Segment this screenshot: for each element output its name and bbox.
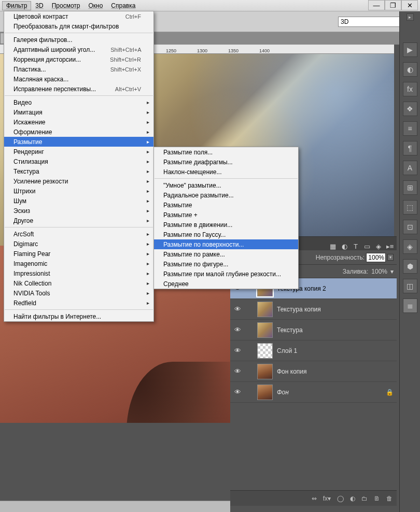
- filter-adjust-icon[interactable]: ◐: [340, 243, 349, 250]
- play-icon[interactable]: ▶: [403, 42, 417, 57]
- visibility-toggle[interactable]: 👁: [233, 388, 242, 396]
- layer-name[interactable]: Слой 1: [277, 347, 297, 354]
- menu-item[interactable]: Redfield: [4, 298, 153, 308]
- layer-thumbnail[interactable]: [257, 343, 273, 359]
- fill-input[interactable]: 100%: [371, 268, 387, 275]
- menu-item[interactable]: ArcSoft: [4, 229, 153, 239]
- submenu-item[interactable]: Размытие диафрагмы...: [154, 157, 298, 167]
- menu-item[interactable]: Flaming Pear: [4, 249, 153, 259]
- menu-item[interactable]: Nik Collection: [4, 278, 153, 288]
- paragraph-icon[interactable]: ¶: [403, 141, 417, 155]
- filter-smart-icon[interactable]: ◈: [374, 243, 383, 250]
- channels-icon[interactable]: ⬚: [403, 200, 417, 215]
- layer-name[interactable]: Фон копия: [277, 368, 307, 375]
- layer-row[interactable]: 👁Слой 1: [230, 340, 397, 361]
- submenu-item[interactable]: Размытие при малой глубине резкости...: [154, 269, 298, 279]
- submenu-item[interactable]: Размытие по рамке...: [154, 249, 298, 259]
- link-layers-icon[interactable]: ⇔: [312, 495, 317, 502]
- menu-item[interactable]: Усиление резкости: [4, 176, 153, 186]
- filter-type-icon[interactable]: T: [351, 243, 360, 250]
- submenu-item[interactable]: Размытие +: [154, 210, 298, 220]
- visibility-toggle[interactable]: 👁: [233, 326, 242, 334]
- layer-name[interactable]: Текстура: [277, 326, 303, 334]
- character-icon[interactable]: A: [403, 161, 417, 175]
- layer-thumbnail[interactable]: [257, 364, 273, 379]
- layer-thumbnail[interactable]: [257, 322, 273, 338]
- styles-fx-icon[interactable]: fx: [403, 82, 417, 96]
- opacity-flyout[interactable]: ▾: [387, 254, 394, 261]
- menu-3d[interactable]: 3D: [31, 1, 47, 10]
- history-icon[interactable]: ≡: [403, 121, 417, 136]
- menu-item[interactable]: Искажение: [4, 117, 153, 127]
- opacity-input[interactable]: 100%: [366, 253, 386, 262]
- submenu-item[interactable]: "Умное" размытие...: [154, 180, 298, 190]
- menu-item[interactable]: NVIDIA Tools: [4, 288, 153, 298]
- submenu-item[interactable]: Радиальное размытие...: [154, 190, 298, 200]
- menu-item[interactable]: Пластика...Shift+Ctrl+X: [4, 64, 153, 74]
- submenu-item[interactable]: Размытие в движении...: [154, 220, 298, 230]
- layer-row[interactable]: 👁Текстура: [230, 320, 397, 340]
- menu-item[interactable]: Стилизация: [4, 157, 153, 166]
- menu-item[interactable]: Оформление: [4, 127, 153, 137]
- submenu-item[interactable]: Размытие по поверхности...: [154, 239, 298, 249]
- new-layer-icon[interactable]: 🗎: [374, 495, 380, 502]
- menu-item[interactable]: Текстура: [4, 166, 153, 176]
- menu-item[interactable]: Найти фильтры в Интернете...: [4, 311, 153, 321]
- menu-item[interactable]: Рендеринг: [4, 147, 153, 157]
- menu-item[interactable]: Шум: [4, 196, 153, 206]
- menu-item[interactable]: Преобразовать для смарт-фильтров: [4, 21, 153, 31]
- menu-item[interactable]: Исправление перспективы...Alt+Ctrl+V: [4, 84, 153, 94]
- visibility-toggle[interactable]: 👁: [233, 305, 242, 313]
- visibility-toggle[interactable]: 👁: [233, 347, 242, 354]
- submenu-item[interactable]: Размытие поля...: [154, 147, 298, 157]
- menu-help[interactable]: Справка: [107, 1, 139, 10]
- filter-shape-icon[interactable]: ▭: [362, 243, 372, 250]
- menu-item[interactable]: Эскиз: [4, 206, 153, 216]
- menu-item[interactable]: Другое: [4, 216, 153, 225]
- menu-item[interactable]: Галерея фильтров...: [4, 35, 153, 45]
- menu-item[interactable]: Digimarc: [4, 239, 153, 249]
- menu-window[interactable]: Окно: [84, 1, 107, 10]
- menu-item[interactable]: Адаптивный широкий угол...Shift+Ctrl+A: [4, 45, 153, 54]
- delete-layer-icon[interactable]: 🗑: [386, 495, 393, 502]
- menu-item[interactable]: Видео: [4, 97, 153, 107]
- 3d-icon[interactable]: ⬢: [403, 259, 417, 274]
- menu-item[interactable]: Размытие: [4, 137, 153, 147]
- submenu-item[interactable]: Среднее: [154, 279, 298, 289]
- navigator-icon[interactable]: ⊞: [403, 180, 417, 195]
- menu-item[interactable]: Имитация: [4, 107, 153, 117]
- submenu-item[interactable]: Наклон-смещение...: [154, 167, 298, 177]
- group-icon[interactable]: 🗀: [361, 495, 368, 502]
- submenu-item[interactable]: Размытие по фигуре...: [154, 259, 298, 269]
- layer-name[interactable]: Фон: [277, 389, 289, 396]
- menu-item[interactable]: Коррекция дисторсии...Shift+Ctrl+R: [4, 54, 153, 64]
- layer-row[interactable]: 👁Текстура копия: [230, 299, 397, 320]
- fill-flyout[interactable]: ▾: [390, 268, 394, 275]
- close-button[interactable]: ✕: [401, 0, 418, 10]
- expand-panels-icon[interactable]: ▸: [407, 13, 414, 21]
- menu-item[interactable]: Impressionist: [4, 268, 153, 278]
- filter-pixel-icon[interactable]: ▦: [328, 243, 338, 250]
- menu-item[interactable]: Штрихи: [4, 186, 153, 196]
- menu-filter[interactable]: Фильтр: [2, 1, 31, 10]
- layer-mask-icon[interactable]: ◯: [337, 495, 344, 502]
- layer-thumbnail[interactable]: [257, 302, 273, 317]
- menu-item[interactable]: Imagenomic: [4, 259, 153, 268]
- paths-icon[interactable]: ⊡: [403, 220, 417, 234]
- panel-menu-icon[interactable]: ▸≡: [385, 243, 395, 250]
- info-icon[interactable]: ◫: [403, 279, 417, 293]
- submenu-item[interactable]: Размытие по Гауссу...: [154, 230, 298, 239]
- menu-item[interactable]: Масляная краска...: [4, 74, 153, 84]
- restore-button[interactable]: ❐: [385, 0, 401, 10]
- submenu-item[interactable]: Размытие: [154, 200, 298, 210]
- adjustment-layer-icon[interactable]: ◐: [350, 495, 355, 502]
- menu-view[interactable]: Просмотр: [48, 1, 85, 10]
- layer-row[interactable]: 👁Фон копия: [230, 361, 397, 382]
- layers-icon[interactable]: ≣: [403, 298, 417, 313]
- minimize-button[interactable]: —: [368, 0, 385, 10]
- layer-fx-icon[interactable]: fx▾: [323, 495, 331, 502]
- layer-thumbnail[interactable]: [257, 385, 273, 400]
- properties-icon[interactable]: ◈: [403, 239, 417, 254]
- swatches-icon[interactable]: ❖: [403, 102, 417, 116]
- visibility-toggle[interactable]: 👁: [233, 367, 242, 375]
